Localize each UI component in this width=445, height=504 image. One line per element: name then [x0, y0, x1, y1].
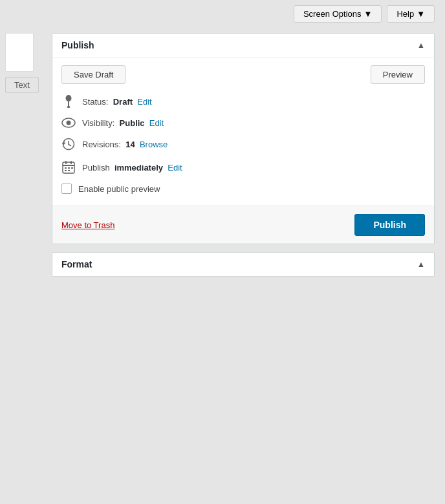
svg-rect-1 [68, 101, 69, 107]
revisions-icon [61, 137, 76, 151]
schedule-value: immediately [114, 163, 163, 173]
visibility-edit-link[interactable]: Edit [149, 118, 164, 128]
visibility-value: Public [120, 118, 145, 128]
schedule-edit-link[interactable]: Edit [168, 163, 182, 173]
svg-rect-13 [65, 170, 67, 171]
schedule-label: Publish [82, 163, 110, 173]
status-value: Draft [113, 97, 133, 107]
status-text: Status: Draft Edit [82, 97, 152, 107]
sidebar-block-top [5, 33, 34, 72]
format-panel-toggle-icon[interactable]: ▲ [417, 260, 425, 269]
publish-panel-footer: Move to Trash Publish [52, 205, 434, 244]
visibility-text: Visibility: Public Edit [82, 118, 164, 128]
publish-panel-title: Publish [61, 40, 94, 50]
visibility-row: Visibility: Public Edit [61, 118, 425, 128]
schedule-text: Publish immediately Edit [82, 163, 182, 173]
help-label: Help [396, 9, 414, 19]
svg-point-4 [67, 121, 71, 125]
public-preview-label: Enable public preview [78, 184, 160, 194]
svg-rect-12 [71, 167, 73, 169]
left-sidebar: Text [0, 28, 44, 282]
publish-action-row: Save Draft Preview [61, 65, 425, 84]
schedule-row: Publish immediately Edit [61, 160, 425, 174]
publish-panel: Publish ▲ Save Draft Preview [52, 33, 435, 244]
help-arrow: ▼ [417, 9, 425, 19]
publish-panel-header: Publish ▲ [52, 34, 434, 58]
publish-panel-toggle-icon[interactable]: ▲ [417, 41, 425, 50]
visibility-icon [61, 118, 76, 128]
sidebar-text-tab[interactable]: Text [5, 77, 39, 93]
svg-rect-11 [68, 167, 70, 169]
svg-point-2 [67, 106, 71, 108]
publish-button[interactable]: Publish [354, 214, 425, 236]
status-icon [61, 94, 76, 109]
svg-rect-10 [65, 167, 67, 169]
schedule-icon [61, 160, 76, 174]
page-body: Text Publish ▲ Save Draft Preview [0, 28, 445, 282]
svg-rect-7 [63, 165, 74, 166]
revisions-row: Revisions: 14 Browse [61, 137, 425, 151]
svg-rect-14 [68, 170, 70, 171]
status-edit-link[interactable]: Edit [137, 97, 151, 107]
save-draft-button[interactable]: Save Draft [61, 65, 125, 84]
format-panel: Format ▲ [52, 252, 435, 277]
move-to-trash-button[interactable]: Move to Trash [61, 220, 114, 230]
publish-panel-body: Save Draft Preview Status: Draft [52, 58, 434, 205]
revisions-label: Revisions: [82, 140, 121, 149]
screen-options-arrow: ▼ [364, 9, 373, 19]
public-preview-checkbox[interactable] [61, 184, 72, 194]
public-preview-row: Enable public preview [61, 184, 425, 194]
help-button[interactable]: Help ▼ [387, 5, 435, 23]
screen-options-label: Screen Options [303, 9, 362, 19]
revisions-text: Revisions: 14 Browse [82, 140, 168, 149]
status-row: Status: Draft Edit [61, 94, 425, 109]
svg-point-0 [66, 95, 72, 101]
format-panel-title: Format [61, 259, 92, 269]
top-bar: Screen Options ▼ Help ▼ [0, 0, 445, 28]
svg-rect-9 [71, 161, 72, 164]
screen-options-button[interactable]: Screen Options ▼ [294, 5, 382, 23]
main-content: Publish ▲ Save Draft Preview [52, 28, 445, 282]
revisions-value: 14 [125, 140, 135, 149]
visibility-label: Visibility: [82, 118, 114, 128]
svg-rect-8 [65, 161, 67, 164]
format-panel-header: Format ▲ [52, 253, 434, 276]
status-label: Status: [82, 97, 108, 107]
preview-button[interactable]: Preview [371, 65, 425, 84]
revisions-browse-link[interactable]: Browse [140, 140, 168, 149]
